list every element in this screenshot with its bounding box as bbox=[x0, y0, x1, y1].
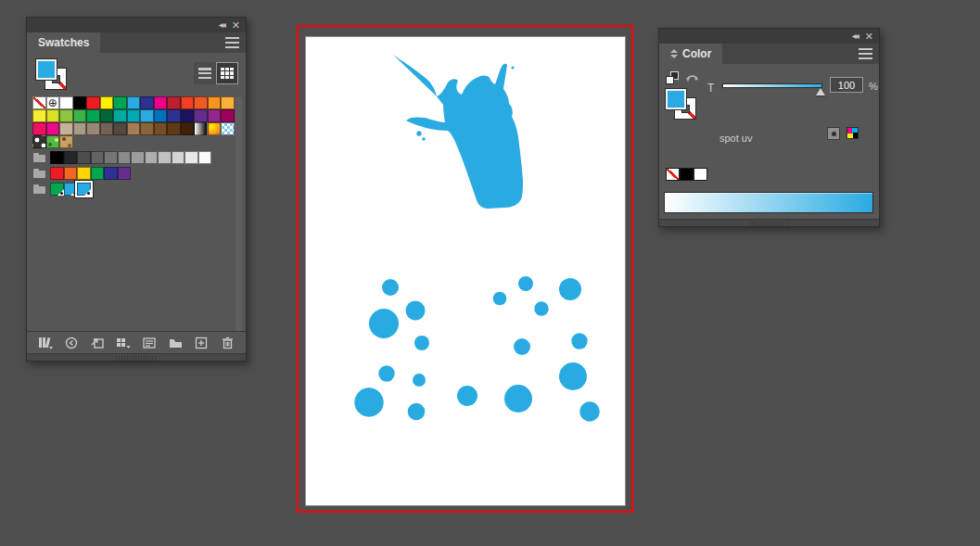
swatch-d9e021[interactable] bbox=[46, 109, 60, 122]
swatch-fbb03b[interactable] bbox=[221, 96, 235, 109]
fill-proxy-swatch[interactable] bbox=[665, 88, 687, 110]
swatch-39b54a[interactable] bbox=[73, 109, 87, 122]
swatch-2e3192[interactable] bbox=[140, 96, 154, 109]
mini-fill-stroke-icon[interactable] bbox=[666, 71, 679, 84]
swatch-9c9c9c[interactable] bbox=[131, 151, 145, 164]
swatch-pattern-brown[interactable] bbox=[59, 135, 73, 148]
swatch-f15a24[interactable] bbox=[194, 96, 208, 109]
swatch-gradient-bw[interactable] bbox=[194, 122, 208, 135]
delete-swatch-icon[interactable] bbox=[218, 335, 236, 351]
panel-menu-icon[interactable] bbox=[225, 37, 239, 48]
swatch-4d4d4d[interactable] bbox=[77, 151, 91, 164]
swatch-ec008c[interactable] bbox=[154, 96, 168, 109]
swatch-aeaeae[interactable] bbox=[145, 151, 159, 164]
swatch-f7931e[interactable] bbox=[208, 96, 222, 109]
new-color-group-icon[interactable] bbox=[166, 335, 185, 351]
artboard-canvas[interactable] bbox=[305, 36, 626, 506]
quick-swatch-none[interactable] bbox=[666, 168, 680, 181]
collapse-panel-icon[interactable]: ◂◂ bbox=[219, 19, 224, 32]
add-to-cc-library-icon[interactable] bbox=[62, 335, 81, 351]
swatch-options-icon[interactable] bbox=[140, 335, 159, 351]
swatch-9e005d[interactable] bbox=[221, 109, 235, 122]
swatch-e8e8e8[interactable] bbox=[185, 151, 198, 164]
swatch-be1e2d[interactable] bbox=[167, 96, 181, 109]
new-swatch-icon[interactable] bbox=[192, 335, 210, 351]
panel-menu-icon[interactable] bbox=[859, 48, 872, 59]
close-panel-icon[interactable]: ✕ bbox=[865, 30, 873, 43]
panel-resize-grip[interactable] bbox=[749, 222, 790, 226]
swatch-1b1464[interactable] bbox=[181, 109, 195, 122]
swatch-000000[interactable] bbox=[50, 151, 64, 164]
swatch-998675[interactable] bbox=[86, 122, 100, 135]
swatch-8a8a8a[interactable] bbox=[118, 151, 132, 164]
color-group-folder-icon[interactable] bbox=[32, 151, 47, 164]
fill-stroke-proxy[interactable] bbox=[665, 88, 702, 125]
swatch-ffffff[interactable] bbox=[59, 96, 73, 109]
color-group-folder-icon[interactable] bbox=[32, 183, 47, 196]
swatch-93278f[interactable] bbox=[208, 109, 222, 122]
list-view-button[interactable] bbox=[194, 62, 216, 84]
swatch-29abe2[interactable] bbox=[127, 96, 141, 109]
swatch-a69b87[interactable] bbox=[73, 122, 87, 135]
tint-slider-track[interactable] bbox=[722, 83, 822, 88]
swatch-pattern-check[interactable] bbox=[221, 122, 235, 135]
swatch-534741[interactable] bbox=[113, 122, 127, 135]
swatch-0071bc[interactable] bbox=[154, 109, 168, 122]
fill-proxy-swatch[interactable] bbox=[35, 58, 57, 81]
swatch-none[interactable] bbox=[32, 96, 46, 109]
cmyk-gamut-icon[interactable] bbox=[846, 127, 859, 139]
swatch-662d91[interactable] bbox=[118, 167, 132, 180]
grid-view-button[interactable] bbox=[216, 62, 238, 84]
swatch-f9ed32[interactable] bbox=[32, 109, 46, 122]
swatch-603813[interactable] bbox=[167, 122, 181, 135]
swatch-736357[interactable] bbox=[100, 122, 114, 135]
swatch-262626[interactable] bbox=[64, 151, 78, 164]
swatch-662d91[interactable] bbox=[194, 109, 208, 122]
swatch-00a651[interactable] bbox=[50, 183, 64, 196]
swatch-00a99d[interactable] bbox=[113, 109, 127, 122]
swatch-ed1c24[interactable] bbox=[86, 96, 100, 109]
swatch-ffd400[interactable] bbox=[77, 167, 91, 180]
swatch-2e3192[interactable] bbox=[167, 109, 181, 122]
swatch-8c6239[interactable] bbox=[140, 122, 154, 135]
swatch-ed1164[interactable] bbox=[32, 122, 46, 135]
swatch-00aab4[interactable] bbox=[127, 109, 141, 122]
swatch-006837[interactable] bbox=[100, 109, 114, 122]
swatch-8dc63f[interactable] bbox=[59, 109, 73, 122]
swatch-636363[interactable] bbox=[91, 151, 105, 164]
swatch-00a651[interactable] bbox=[113, 96, 127, 109]
swatch-42210b[interactable] bbox=[181, 122, 195, 135]
quick-swatch-ffffff[interactable] bbox=[694, 168, 707, 181]
swatch-a67c52[interactable] bbox=[127, 122, 141, 135]
swatch-libraries-menu-icon[interactable] bbox=[36, 335, 55, 351]
swatch-000000[interactable] bbox=[73, 96, 87, 109]
fill-stroke-proxy[interactable] bbox=[35, 58, 72, 95]
panel-cycle-icon[interactable] bbox=[670, 49, 678, 58]
swatch-757575[interactable] bbox=[104, 151, 118, 164]
swatches-scrollbar[interactable] bbox=[235, 96, 242, 333]
swatch-ed1c24[interactable] bbox=[50, 167, 64, 180]
swatch-29abe2[interactable] bbox=[77, 183, 91, 196]
swatch-754c24[interactable] bbox=[154, 122, 168, 135]
quick-swatch-000000[interactable] bbox=[680, 168, 694, 181]
swatch-registration[interactable]: ⊕ bbox=[46, 96, 60, 109]
tint-ramp[interactable] bbox=[664, 192, 873, 213]
swatch-29abe2[interactable] bbox=[140, 109, 154, 122]
swatch-gradient-orange[interactable] bbox=[208, 122, 222, 135]
tab-swatches[interactable]: Swatches bbox=[27, 32, 100, 53]
swatch-f26522[interactable] bbox=[64, 167, 78, 180]
swatch-d4d4d4[interactable] bbox=[172, 151, 185, 164]
swatch-fff200[interactable] bbox=[100, 96, 114, 109]
swatch-fafafa[interactable] bbox=[198, 151, 212, 164]
swatch-2e3192[interactable] bbox=[104, 167, 118, 180]
swatch-f43f24[interactable] bbox=[181, 96, 195, 109]
swatch-00a651[interactable] bbox=[86, 109, 100, 122]
swatch-c0c0c0[interactable] bbox=[158, 151, 172, 164]
import-swatches-icon[interactable] bbox=[88, 335, 107, 351]
swatch-00a651[interactable] bbox=[91, 167, 105, 180]
swatch-29abe2[interactable] bbox=[64, 183, 78, 196]
tint-value-input[interactable] bbox=[830, 77, 863, 93]
tab-color[interactable]: Color bbox=[659, 44, 722, 64]
swap-fill-stroke-icon[interactable] bbox=[685, 70, 700, 83]
panel-resize-grip[interactable] bbox=[116, 356, 157, 361]
